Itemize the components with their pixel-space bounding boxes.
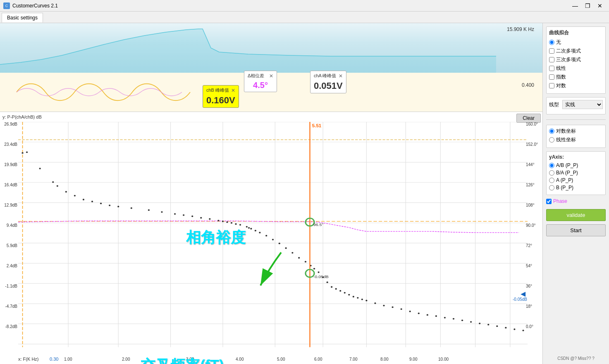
close-button[interactable]: ✕ <box>594 2 606 10</box>
svg-point-61 <box>285 247 287 249</box>
panel-cha[interactable]: chA 峰峰值 ✕ 0.051V <box>310 71 346 93</box>
log-coord-label: 对数坐标 <box>556 128 576 135</box>
svg-point-75 <box>353 296 354 297</box>
x-tick-7: 7.00 <box>349 357 357 362</box>
ab-item: A/B (P_P) <box>549 162 603 168</box>
svg-point-30 <box>52 181 54 183</box>
y-tick-right-9: 18° <box>526 304 541 309</box>
y-tick-right-0: 160.0° <box>526 122 541 126</box>
svg-point-27 <box>21 152 23 154</box>
svg-point-69 <box>327 281 328 283</box>
log-coord-radio[interactable] <box>549 128 554 134</box>
ba-radio[interactable] <box>549 170 554 176</box>
svg-text:-0.05dB: -0.05dB <box>313 274 329 278</box>
svg-text:96.5°: 96.5° <box>313 222 324 226</box>
panel-delta[interactable]: Δ相位差 ✕ 4.5° <box>244 71 277 92</box>
app-icon: C <box>3 2 10 9</box>
svg-point-74 <box>348 294 350 295</box>
panel-cha-close[interactable]: ✕ <box>339 73 343 79</box>
svg-point-87 <box>444 317 446 319</box>
fit-none-label: 无 <box>556 39 561 46</box>
svg-point-44 <box>191 216 193 217</box>
svg-point-85 <box>427 314 428 316</box>
fit-none-item: 无 <box>549 39 603 46</box>
fit-log-check[interactable] <box>549 83 554 88</box>
panel-cha-header: chA 峰峰值 ✕ <box>314 73 343 79</box>
fit-quadratic-label: 二次多项式 <box>556 48 581 55</box>
x-tick-6: 6.00 <box>314 357 322 362</box>
fit-quadratic-check[interactable] <box>549 48 554 54</box>
fit-log-label: 对数 <box>556 82 566 89</box>
svg-point-89 <box>461 319 463 321</box>
log-coord-item: 对数坐标 <box>549 128 603 135</box>
fit-linear-check[interactable] <box>549 66 554 71</box>
y-tick-right-10: 0.0° <box>526 324 541 329</box>
linear-coord-radio[interactable] <box>549 137 554 143</box>
svg-point-28 <box>26 151 28 153</box>
panel-chb-value: 0.160V <box>206 95 235 106</box>
svg-point-81 <box>392 307 393 308</box>
svg-point-62 <box>291 252 293 254</box>
line-type-section: 线型 实线 虚线 点线 <box>546 97 606 114</box>
main-container: 15.909 K Hz chB 峰峰值 ✕ 0.160V Δ相位差 ✕ 4.5° <box>0 23 609 364</box>
svg-point-88 <box>453 318 454 320</box>
y-tick-right-2: 144° <box>526 162 541 167</box>
minimize-button[interactable]: — <box>569 2 581 10</box>
divider-1 <box>546 119 606 120</box>
a-radio[interactable] <box>549 178 554 183</box>
a-label: A (P_P) <box>556 177 573 183</box>
y-tick-0: 26.9dB <box>0 122 17 126</box>
x-tick-9: 9.00 <box>409 357 417 362</box>
svg-point-71 <box>335 288 337 290</box>
maximize-button[interactable]: ❐ <box>582 2 593 10</box>
line-type-select[interactable]: 实线 虚线 点线 <box>562 100 603 109</box>
title-bar: C CustomerCurves 2.1 — ❐ ✕ <box>0 0 609 12</box>
basic-settings-tab[interactable]: Basic settings <box>2 13 43 23</box>
ab-radio[interactable] <box>549 163 554 168</box>
svg-point-70 <box>331 286 332 288</box>
svg-point-32 <box>65 191 67 193</box>
line-type-label: 线型 <box>549 101 559 108</box>
b-radio[interactable] <box>549 185 554 190</box>
panel-delta-close[interactable]: ✕ <box>269 73 273 79</box>
phase-checkbox[interactable] <box>546 199 552 204</box>
panel-chb[interactable]: chB 峰峰值 ✕ 0.160V <box>203 85 239 108</box>
validate-button[interactable]: validate <box>546 209 606 221</box>
panel-cha-value: 0.051V <box>314 81 343 91</box>
svg-point-40 <box>148 209 150 211</box>
y-tick-5: 9.4dB <box>0 223 17 228</box>
fit-exponential-check[interactable] <box>549 74 554 80</box>
svg-point-59 <box>272 239 274 240</box>
svg-point-52 <box>239 224 241 226</box>
svg-point-91 <box>479 323 480 324</box>
y-tick-7: 2.4dB <box>0 264 17 268</box>
panel-chb-header: chB 峰峰值 ✕ <box>206 87 235 93</box>
svg-point-48 <box>222 221 224 222</box>
svg-point-37 <box>109 205 110 206</box>
clear-button[interactable]: Clear <box>516 114 541 123</box>
fit-cubic-item: 三次多项式 <box>549 56 603 63</box>
svg-point-94 <box>505 327 506 328</box>
svg-point-96 <box>522 330 524 331</box>
x-tick-3: 3.00 <box>186 357 194 362</box>
svg-point-57 <box>259 232 260 233</box>
svg-point-63 <box>298 257 300 259</box>
ba-item: B/A (P_P) <box>549 170 603 176</box>
fit-cubic-check[interactable] <box>549 57 554 62</box>
y-axis-label: y: P-P(chA/chB) dB <box>2 114 42 119</box>
x-tick-1: 1.00 <box>64 357 72 362</box>
b-item: B (P_P) <box>549 185 603 190</box>
y-tick-9: -4.7dB <box>0 304 17 309</box>
y-tick-4: 12.9dB <box>0 203 17 207</box>
svg-point-82 <box>401 308 402 310</box>
svg-point-46 <box>209 218 210 220</box>
magnitude-dots <box>21 151 524 331</box>
fit-none-radio[interactable] <box>549 40 554 45</box>
panel-chb-close[interactable]: ✕ <box>231 88 235 93</box>
start-button[interactable]: Start <box>546 224 606 236</box>
svg-point-49 <box>226 221 228 223</box>
fit-quadratic-item: 二次多项式 <box>549 48 603 55</box>
fit-log-item: 对数 <box>549 82 603 89</box>
svg-point-93 <box>496 326 498 327</box>
svg-point-76 <box>357 297 358 299</box>
